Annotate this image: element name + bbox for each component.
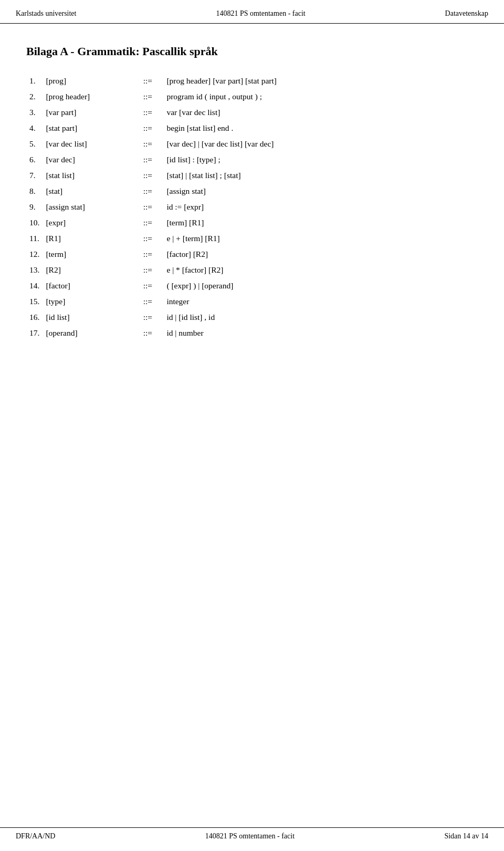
rule-lhs: [factor] (43, 278, 132, 294)
grammar-rule: 7.[stat list]::=[stat] | [stat list] ; [… (26, 168, 478, 183)
footer-right: Sidan 14 av 14 (444, 832, 488, 840)
rule-number: 14. (26, 278, 43, 294)
header-center: 140821 PS omtentamen - facit (216, 9, 305, 18)
rule-op: ::= (132, 152, 163, 168)
rule-rhs: [id list] : [type] ; (163, 152, 478, 168)
rule-op: ::= (132, 105, 163, 120)
grammar-rule: 10.[expr]::=[term] [R1] (26, 215, 478, 231)
rule-lhs: [stat list] (43, 168, 132, 183)
grammar-rule: 17.[operand]::=id | number (26, 325, 478, 341)
rule-rhs: [var dec] | [var dec list] [var dec] (163, 136, 478, 152)
rule-rhs: program id ( input , output ) ; (163, 89, 478, 105)
footer-center: 140821 PS omtentamen - facit (205, 832, 295, 840)
grammar-rule: 2.[prog header]::=program id ( input , o… (26, 89, 478, 105)
rule-number: 7. (26, 168, 43, 183)
rule-rhs: id | number (163, 325, 478, 341)
page-header: Karlstads universitet 140821 PS omtentam… (0, 0, 504, 24)
rule-rhs: integer (163, 294, 478, 309)
rule-op: ::= (132, 278, 163, 294)
rule-op: ::= (132, 325, 163, 341)
rule-number: 3. (26, 105, 43, 120)
header-right: Datavetenskap (445, 9, 488, 18)
rule-op: ::= (132, 294, 163, 309)
rule-number: 16. (26, 309, 43, 325)
grammar-rule: 9.[assign stat]::=id := [expr] (26, 199, 478, 215)
grammar-rule: 16.[id list]::=id | [id list] , id (26, 309, 478, 325)
rule-rhs: [assign stat] (163, 183, 478, 199)
rule-lhs: [R2] (43, 262, 132, 278)
rule-op: ::= (132, 199, 163, 215)
rule-number: 6. (26, 152, 43, 168)
rule-rhs: [stat] | [stat list] ; [stat] (163, 168, 478, 183)
rule-number: 4. (26, 120, 43, 136)
rule-lhs: [prog header] (43, 89, 132, 105)
rule-rhs: begin [stat list] end . (163, 120, 478, 136)
rule-rhs: [term] [R1] (163, 215, 478, 231)
rule-number: 9. (26, 199, 43, 215)
grammar-rule: 14.[factor]::=( [expr] ) | [operand] (26, 278, 478, 294)
rule-number: 1. (26, 73, 43, 89)
rule-number: 13. (26, 262, 43, 278)
rule-lhs: [prog] (43, 73, 132, 89)
rule-number: 12. (26, 246, 43, 262)
rule-rhs: e | * [factor] [R2] (163, 262, 478, 278)
grammar-rule: 4.[stat part]::=begin [stat list] end . (26, 120, 478, 136)
rule-number: 5. (26, 136, 43, 152)
grammar-table: 1.[prog]::=[prog header] [var part] [sta… (26, 73, 478, 341)
rule-lhs: [term] (43, 246, 132, 262)
rule-number: 10. (26, 215, 43, 231)
rule-rhs: ( [expr] ) | [operand] (163, 278, 478, 294)
rule-op: ::= (132, 215, 163, 231)
rule-rhs: [factor] [R2] (163, 246, 478, 262)
rule-op: ::= (132, 183, 163, 199)
rule-rhs: id | [id list] , id (163, 309, 478, 325)
rule-number: 11. (26, 231, 43, 246)
grammar-rule: 3.[var part]::=var [var dec list] (26, 105, 478, 120)
rule-lhs: [var dec] (43, 152, 132, 168)
rule-number: 8. (26, 183, 43, 199)
rule-op: ::= (132, 120, 163, 136)
rule-op: ::= (132, 89, 163, 105)
grammar-rule: 11.[R1]::=e | + [term] [R1] (26, 231, 478, 246)
rule-rhs: id := [expr] (163, 199, 478, 215)
rule-number: 2. (26, 89, 43, 105)
page-title: Bilaga A - Grammatik: Pascallik språk (26, 45, 478, 58)
grammar-rule: 8.[stat]::=[assign stat] (26, 183, 478, 199)
rule-lhs: [id list] (43, 309, 132, 325)
grammar-rule: 13.[R2]::=e | * [factor] [R2] (26, 262, 478, 278)
rule-lhs: [stat] (43, 183, 132, 199)
page-footer: DFR/AA/ND 140821 PS omtentamen - facit S… (0, 827, 504, 840)
rule-op: ::= (132, 231, 163, 246)
rule-rhs: [prog header] [var part] [stat part] (163, 73, 478, 89)
rule-rhs: var [var dec list] (163, 105, 478, 120)
rule-rhs: e | + [term] [R1] (163, 231, 478, 246)
rule-op: ::= (132, 262, 163, 278)
footer-left: DFR/AA/ND (16, 832, 55, 840)
rule-lhs: [type] (43, 294, 132, 309)
rule-lhs: [var part] (43, 105, 132, 120)
grammar-rule: 12.[term]::=[factor] [R2] (26, 246, 478, 262)
rule-number: 17. (26, 325, 43, 341)
grammar-rule: 6.[var dec]::=[id list] : [type] ; (26, 152, 478, 168)
grammar-rule: 1.[prog]::=[prog header] [var part] [sta… (26, 73, 478, 89)
main-content: Bilaga A - Grammatik: Pascallik språk 1.… (0, 24, 504, 357)
grammar-rule: 15.[type]::=integer (26, 294, 478, 309)
header-left: Karlstads universitet (16, 9, 76, 18)
rule-op: ::= (132, 168, 163, 183)
rule-op: ::= (132, 73, 163, 89)
rule-lhs: [var dec list] (43, 136, 132, 152)
rule-lhs: [expr] (43, 215, 132, 231)
grammar-rule: 5.[var dec list]::=[var dec] | [var dec … (26, 136, 478, 152)
rule-number: 15. (26, 294, 43, 309)
rule-lhs: [operand] (43, 325, 132, 341)
rule-lhs: [stat part] (43, 120, 132, 136)
rule-lhs: [R1] (43, 231, 132, 246)
rule-op: ::= (132, 136, 163, 152)
rule-lhs: [assign stat] (43, 199, 132, 215)
rule-op: ::= (132, 309, 163, 325)
rule-op: ::= (132, 246, 163, 262)
